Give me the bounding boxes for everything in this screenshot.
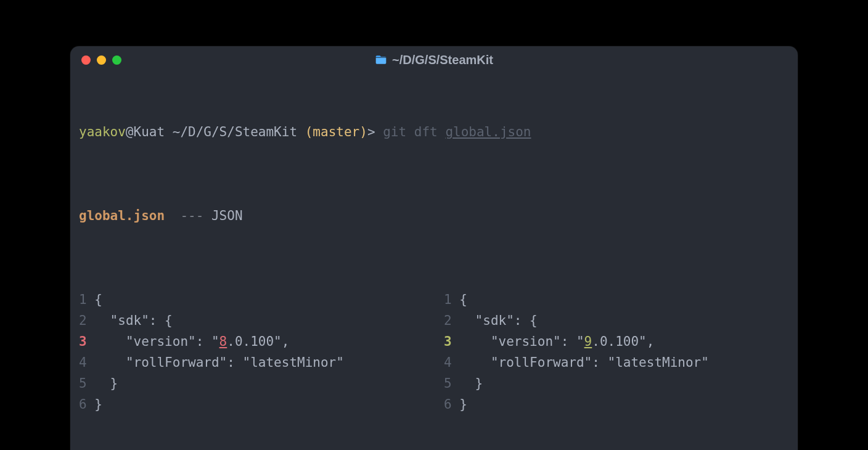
new-ln-3: 3	[444, 334, 452, 349]
prompt-user: yaakov	[79, 125, 126, 139]
cmd-git: git	[383, 125, 406, 139]
old-ln-5: 5	[79, 376, 87, 391]
prompt-branch-open: (	[305, 125, 313, 139]
traffic-lights	[81, 55, 121, 65]
new-code-1: {	[459, 292, 467, 307]
new-ln-1: 1	[444, 292, 452, 307]
new-code-6: }	[459, 397, 467, 412]
prompt-branch: master	[313, 125, 359, 139]
diff-new: 1 { 2 "sdk": { 3 "version": "9.0.100", 4…	[444, 289, 789, 415]
new-code-2: "sdk": {	[459, 313, 537, 328]
old-code-3-post: .0.100",	[227, 334, 289, 349]
cmd-sub: dft	[414, 125, 438, 139]
new-ln-5: 5	[444, 376, 452, 391]
window-title: ~/D/G/S/SteamKit	[70, 53, 798, 67]
prompt-at: @	[126, 125, 134, 139]
folder-icon	[375, 54, 387, 66]
diff-columns: 1 { 2 "sdk": { 3 "version": "8.0.100", 4…	[79, 289, 789, 415]
maximize-button[interactable]	[112, 55, 121, 65]
new-ln-2: 2	[444, 313, 452, 328]
diff-old: 1 { 2 "sdk": { 3 "version": "8.0.100", 4…	[79, 289, 424, 415]
old-diff-char: 8	[219, 334, 227, 349]
diff-file-dashes: ---	[180, 208, 203, 223]
window-title-text: ~/D/G/S/SteamKit	[392, 53, 493, 67]
new-code-3-post: .0.100",	[592, 334, 654, 349]
terminal-body[interactable]: yaakov@Kuat ~/D/G/S/SteamKit (master)> g…	[70, 73, 798, 450]
old-code-3-pre: "version": "	[94, 334, 219, 349]
prompt-path: ~/D/G/S/SteamKit	[173, 125, 297, 139]
old-code-4: "rollForward": "latestMinor"	[94, 355, 344, 370]
prompt-branch-close: )	[359, 125, 367, 139]
diff-file-header: global.json --- JSON	[79, 205, 789, 226]
prompt-line-1: yaakov@Kuat ~/D/G/S/SteamKit (master)> g…	[79, 121, 789, 142]
old-ln-2: 2	[79, 313, 87, 328]
new-diff-char: 9	[584, 334, 592, 349]
minimize-button[interactable]	[97, 55, 106, 65]
new-code-3-pre: "version": "	[459, 334, 584, 349]
prompt-gt: >	[367, 125, 375, 139]
old-code-2: "sdk": {	[94, 313, 172, 328]
cmd-arg: global.json	[445, 125, 531, 139]
new-ln-6: 6	[444, 397, 452, 412]
new-ln-4: 4	[444, 355, 452, 370]
terminal-window: ~/D/G/S/SteamKit yaakov@Kuat ~/D/G/S/Ste…	[70, 46, 798, 450]
old-ln-4: 4	[79, 355, 87, 370]
prompt-host: Kuat	[134, 125, 165, 139]
diff-file-type: JSON	[211, 208, 243, 223]
new-code-4: "rollForward": "latestMinor"	[459, 355, 709, 370]
old-code-1: {	[94, 292, 102, 307]
old-ln-1: 1	[79, 292, 87, 307]
diff-file-name: global.json	[79, 208, 165, 223]
old-code-5: }	[94, 376, 118, 391]
old-ln-6: 6	[79, 397, 87, 412]
close-button[interactable]	[81, 55, 91, 65]
new-code-5: }	[459, 376, 483, 391]
titlebar: ~/D/G/S/SteamKit	[70, 46, 798, 73]
old-code-6: }	[94, 397, 102, 412]
old-ln-3: 3	[79, 334, 87, 349]
